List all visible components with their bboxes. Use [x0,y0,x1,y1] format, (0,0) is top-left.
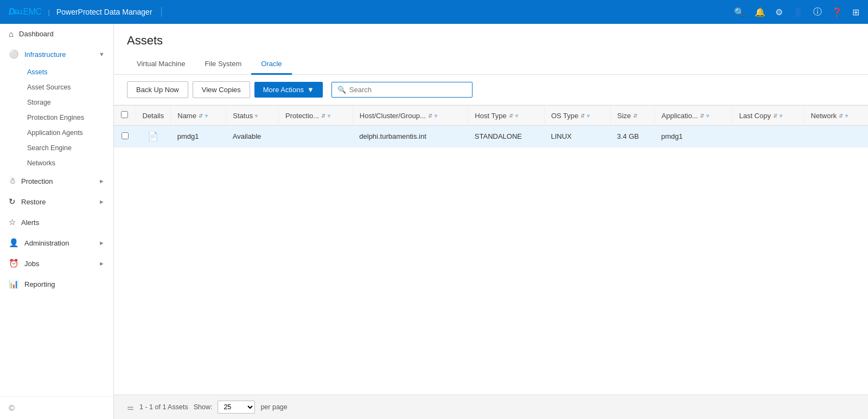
filter-icon[interactable]: ▿ [587,113,590,119]
col-host-type-label: Host Type [475,112,506,120]
bell-icon[interactable]: 🔔 [755,7,765,17]
select-all-header [114,106,136,126]
filter-icon[interactable]: ▿ [435,113,437,119]
infrastructure-icon: ⚪ [9,49,19,59]
search-icon[interactable]: 🔍 [734,7,745,17]
tab-oracle[interactable]: Oracle [251,54,291,75]
sidebar-item-assets[interactable]: Assets [23,65,113,80]
sort-icon[interactable]: ⇵ [428,113,432,119]
sidebar-item-protection-engines[interactable]: Protection Engines [23,110,113,125]
sidebar-item-alerts[interactable]: ☆ Alerts [0,212,113,233]
sort-icon[interactable]: ⇵ [321,113,326,119]
table-footer: ⚌ 1 - 1 of 1 Assets Show: 25 50 100 per … [114,395,868,419]
col-protection: Protectio... ⇵ ▿ [279,106,353,126]
row-protection [279,126,353,147]
col-details-label: Details [143,112,164,120]
col-size: Size ⇵ [610,106,655,126]
sidebar: ⌂ Dashboard ⚪ Infrastructure ▼ Assets As… [0,24,114,419]
chevron-right-icon: ► [99,198,105,205]
view-copies-button[interactable]: View Copies [193,81,250,98]
sidebar-item-label: Dashboard [19,30,54,38]
col-status-label: Status [233,112,253,120]
sidebar-item-reporting[interactable]: 📊 Reporting [0,274,113,294]
row-host-type: STANDALONE [468,126,545,147]
sort-icon[interactable]: ⇵ [199,113,203,119]
chevron-down-icon: ▼ [99,51,105,57]
filter-icon[interactable]: ▿ [780,113,782,119]
alerts-icon: ☆ [9,217,16,227]
reporting-icon: 📊 [9,279,19,289]
row-network [804,126,868,147]
sort-icon[interactable]: ⇵ [580,113,585,119]
col-last-copy-label: Last Copy [739,112,771,120]
sidebar-item-networks[interactable]: Networks [23,156,113,171]
gear-icon[interactable]: ⚙ [775,7,783,17]
page-header: Assets [114,24,868,54]
sidebar-item-label: Alerts [21,218,39,227]
col-last-copy: Last Copy ⇵ ▿ [732,106,804,126]
sidebar-item-protection[interactable]: ☃ Protection ► [0,171,113,191]
tab-virtual-machine[interactable]: Virtual Machine [127,54,195,75]
sort-icon[interactable]: ⇵ [700,113,704,119]
per-page-select[interactable]: 25 50 100 [218,401,255,414]
tab-file-system[interactable]: File System [195,54,251,75]
filter-icon[interactable]: ▿ [255,113,258,119]
row-status: Available [226,126,279,147]
search-input[interactable] [349,86,467,94]
row-last-copy [732,126,804,147]
select-all-checkbox[interactable] [121,111,128,118]
col-details: Details [136,106,171,126]
assets-table: Details Name ⇵ ▿ [114,105,868,147]
col-status: Status ▿ [226,106,279,126]
grid-icon[interactable]: ⊞ [852,7,859,17]
sidebar-item-label: Restore [21,198,46,206]
filter-icon[interactable]: ▿ [845,113,848,119]
columns-icon[interactable]: ⚌ [127,403,134,411]
asset-tabs: Virtual Machine File System Oracle [114,54,868,75]
details-icon[interactable]: 📄 [148,132,158,141]
page-title: Assets [127,34,855,48]
filter-icon[interactable]: ▿ [515,113,518,119]
filter-icon[interactable]: ▿ [328,113,330,119]
row-name: pmdg1 [171,126,226,147]
show-label: Show: [194,403,213,411]
sort-icon[interactable]: ⇵ [633,113,637,119]
dropdown-arrow-icon: ▼ [307,86,314,94]
sidebar-item-administration[interactable]: 👤 Administration ► [0,233,113,253]
protection-icon: ☃ [9,176,16,186]
sidebar-item-asset-sources[interactable]: Asset Sources [23,80,113,95]
sidebar-item-infrastructure[interactable]: ⚪ Infrastructure ▼ [0,44,113,65]
info-icon[interactable]: ⓘ [813,7,822,18]
sort-icon[interactable]: ⇵ [773,113,777,119]
row-checkbox[interactable] [122,132,129,139]
table-row: 📄 pmdg1 Available delphi.turbamentis.int… [114,126,868,147]
per-page-label: per page [260,403,287,411]
sidebar-item-application-agents[interactable]: Application Agents [23,125,113,140]
sidebar-item-restore[interactable]: ↻ Restore ► [0,191,113,212]
help-icon[interactable]: ❓ [832,7,843,17]
sidebar-item-jobs[interactable]: ⏰ Jobs ► [0,253,113,274]
sidebar-item-label: Infrastructure [24,50,66,59]
app-title: PowerProtect Data Manager [56,8,152,16]
sidebar-item-storage[interactable]: Storage [23,95,113,110]
col-host: Host/Cluster/Group... ⇵ ▿ [353,106,468,126]
row-details-cell: 📄 [136,126,171,147]
sidebar-item-label: Administration [24,239,69,247]
sort-icon[interactable]: ⇵ [509,113,513,119]
top-navigation: DELLEMC | PowerProtect Data Manager 🔍 🔔 … [0,0,868,24]
filter-icon[interactable]: ▿ [706,113,709,119]
filter-icon[interactable]: ▿ [205,113,208,119]
sidebar-item-search-engine[interactable]: Search Engine [23,140,113,156]
more-actions-button[interactable]: More Actions ▼ [254,82,323,98]
infrastructure-subnav: Assets Asset Sources Storage Protection … [0,65,113,171]
jobs-icon: ⏰ [9,259,19,268]
back-up-now-button[interactable]: Back Up Now [127,81,188,98]
toolbar: Back Up Now View Copies More Actions ▼ 🔍 [114,75,868,105]
sidebar-item-dashboard[interactable]: ⌂ Dashboard [0,24,113,44]
chevron-right-icon: ► [99,260,105,267]
user-icon[interactable]: 👤 [793,7,803,17]
col-network: Network ⇵ ▿ [804,106,868,126]
row-host: delphi.turbamentis.int [353,126,468,147]
sort-icon[interactable]: ⇵ [839,113,843,119]
main-content: Assets Virtual Machine File System Oracl… [114,24,868,419]
